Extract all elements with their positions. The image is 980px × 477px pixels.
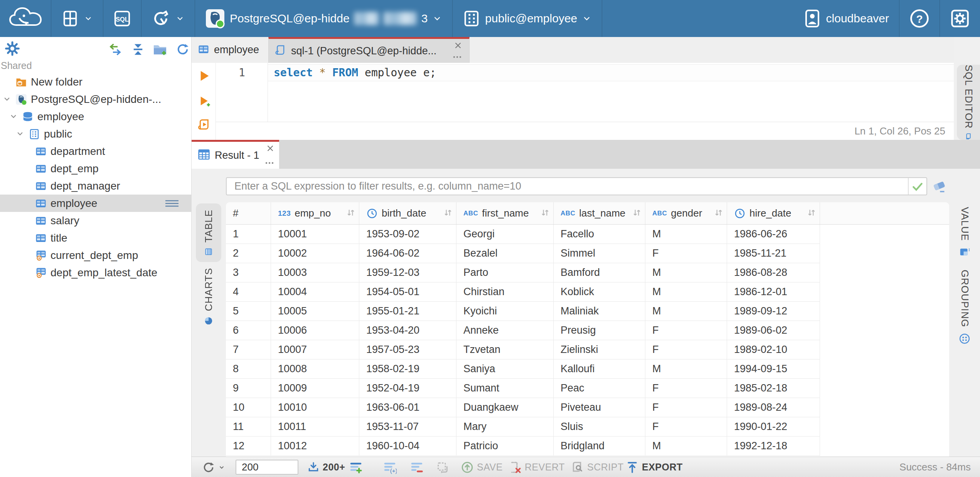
column-header-first_name[interactable]: ABCfirst_name <box>456 202 554 224</box>
tab-sql-1[interactable]: sql-1 (PostgreSQL@ep-hidde... <box>268 37 470 63</box>
data-cell[interactable]: 1955-01-21 <box>359 302 456 321</box>
data-cell[interactable]: 1989-02-10 <box>727 340 820 359</box>
data-cell[interactable]: 1952-04-19 <box>359 379 456 398</box>
row-limit-input[interactable] <box>236 460 298 475</box>
add-row-button[interactable] <box>349 457 363 477</box>
data-cell[interactable]: Koblick <box>554 282 645 302</box>
close-icon[interactable] <box>265 143 275 155</box>
data-cell[interactable]: F <box>645 398 727 417</box>
data-cell[interactable]: 10012 <box>271 437 359 456</box>
tree-item-dept-emp[interactable]: dept_emp <box>0 160 192 177</box>
column-header-rownum[interactable]: # <box>226 202 271 224</box>
data-cell[interactable]: Preusig <box>554 321 645 340</box>
tree-item-new-folder[interactable]: New folder <box>0 73 192 91</box>
data-cell[interactable]: 1990-01-22 <box>727 417 820 437</box>
data-cell[interactable]: M <box>645 263 727 282</box>
chevron-down-icon[interactable] <box>16 130 24 139</box>
sort-icon[interactable] <box>714 208 724 219</box>
fetch-more-button[interactable]: 200+ <box>307 457 345 477</box>
tab-result-1[interactable]: Result - 1 <box>192 140 279 169</box>
data-cell[interactable]: 10011 <box>271 417 359 437</box>
data-cell[interactable]: Patricio <box>456 437 554 456</box>
data-cell[interactable]: Saniya <box>456 359 554 379</box>
schema-selector[interactable]: public@employee <box>453 0 602 37</box>
data-cell[interactable]: M <box>645 359 727 379</box>
data-cell[interactable]: 1989-09-12 <box>727 302 820 321</box>
data-cell[interactable]: 1960-10-04 <box>359 437 456 456</box>
row-number-cell[interactable]: 7 <box>226 340 271 359</box>
tab-menu-icon[interactable] <box>452 54 462 60</box>
data-cell[interactable]: 1953-04-20 <box>359 321 456 340</box>
tree-item-postgresql-ep-hidden-[interactable]: PostgreSQL@ep-hidden-... <box>0 91 192 108</box>
new-connection-button[interactable] <box>51 0 103 37</box>
data-cell[interactable]: F <box>645 417 727 437</box>
data-cell[interactable]: Zielinski <box>554 340 645 359</box>
data-cell[interactable]: Kyoichi <box>456 302 554 321</box>
data-cell[interactable]: Chirstian <box>456 282 554 302</box>
tab-sql-editor-vertical[interactable]: SQL EDITOR <box>957 65 980 140</box>
column-header-emp_no[interactable]: 123emp_no <box>271 202 359 224</box>
data-cell[interactable]: 1989-08-24 <box>727 398 820 417</box>
data-cell[interactable]: Peac <box>554 379 645 398</box>
data-cell[interactable]: Maliniak <box>554 302 645 321</box>
row-number-cell[interactable]: 10 <box>226 398 271 417</box>
row-number-cell[interactable]: 2 <box>226 244 271 263</box>
sql-editor[interactable]: 1 select * FROM employee e; Ln 1, Col 26… <box>192 63 954 140</box>
refresh-result-button[interactable] <box>202 457 225 477</box>
tab-charts-view[interactable]: CHARTS <box>196 268 221 326</box>
row-number-cell[interactable]: 5 <box>226 302 271 321</box>
driver-manager-button[interactable] <box>141 0 195 37</box>
data-cell[interactable]: M <box>645 282 727 302</box>
data-cell[interactable]: Kalloufi <box>554 359 645 379</box>
data-cell[interactable]: 10001 <box>271 225 359 244</box>
tab-employee[interactable]: employee <box>192 37 268 63</box>
data-cell[interactable]: 1989-06-02 <box>727 321 820 340</box>
duplicate-row-button[interactable]: (+) <box>383 457 397 477</box>
data-cell[interactable]: 1986-08-28 <box>727 263 820 282</box>
execute-query-button[interactable] <box>198 70 210 84</box>
row-number-cell[interactable]: 11 <box>226 417 271 437</box>
data-cell[interactable]: 1957-05-23 <box>359 340 456 359</box>
sort-icon[interactable] <box>346 208 356 219</box>
data-cell[interactable]: Simmel <box>554 244 645 263</box>
data-cell[interactable]: Mary <box>456 417 554 437</box>
data-cell[interactable]: 1959-12-03 <box>359 263 456 282</box>
data-cell[interactable]: 1958-02-19 <box>359 359 456 379</box>
row-number-cell[interactable]: 6 <box>226 321 271 340</box>
data-cell[interactable]: Sumant <box>456 379 554 398</box>
data-cell[interactable]: Parto <box>456 263 554 282</box>
new-folder-button[interactable] <box>153 42 167 58</box>
data-cell[interactable]: Anneke <box>456 321 554 340</box>
data-cell[interactable]: 10008 <box>271 359 359 379</box>
data-cell[interactable]: 1986-12-01 <box>727 282 820 302</box>
data-cell[interactable]: Bridgland <box>554 437 645 456</box>
column-header-hire_date[interactable]: hire_date <box>727 202 820 224</box>
data-cell[interactable]: Georgi <box>456 225 554 244</box>
data-cell[interactable]: 1963-06-01 <box>359 398 456 417</box>
chevron-down-icon[interactable] <box>3 95 11 104</box>
paste-grid-button[interactable] <box>436 457 449 477</box>
data-cell[interactable]: 1953-09-02 <box>359 225 456 244</box>
data-cell[interactable]: Facello <box>554 225 645 244</box>
execute-script-button[interactable] <box>198 119 210 133</box>
script-button[interactable]: SCRIPT <box>571 457 624 477</box>
tree-item-dept-manager[interactable]: dept_manager <box>0 177 192 195</box>
data-cell[interactable]: 10003 <box>271 263 359 282</box>
data-cell[interactable]: Bezalel <box>456 244 554 263</box>
user-menu[interactable]: cloudbeaver <box>793 0 899 37</box>
data-cell[interactable]: 1986-06-26 <box>727 225 820 244</box>
clear-filter-button[interactable] <box>931 179 947 195</box>
collapse-all-button[interactable] <box>131 42 145 58</box>
data-cell[interactable]: 10007 <box>271 340 359 359</box>
sort-icon[interactable] <box>807 208 817 219</box>
sql-editor-button[interactable]: SQL <box>103 0 141 37</box>
column-header-birth_date[interactable]: birth_date <box>359 202 456 224</box>
sort-icon[interactable] <box>540 208 550 219</box>
close-icon[interactable] <box>453 40 463 52</box>
data-cell[interactable]: 10010 <box>271 398 359 417</box>
data-cell[interactable]: 10009 <box>271 379 359 398</box>
tree-item-employee[interactable]: employee <box>0 108 192 125</box>
data-cell[interactable]: 1953-11-07 <box>359 417 456 437</box>
data-cell[interactable]: F <box>645 244 727 263</box>
column-header-last_name[interactable]: ABClast_name <box>554 202 645 224</box>
